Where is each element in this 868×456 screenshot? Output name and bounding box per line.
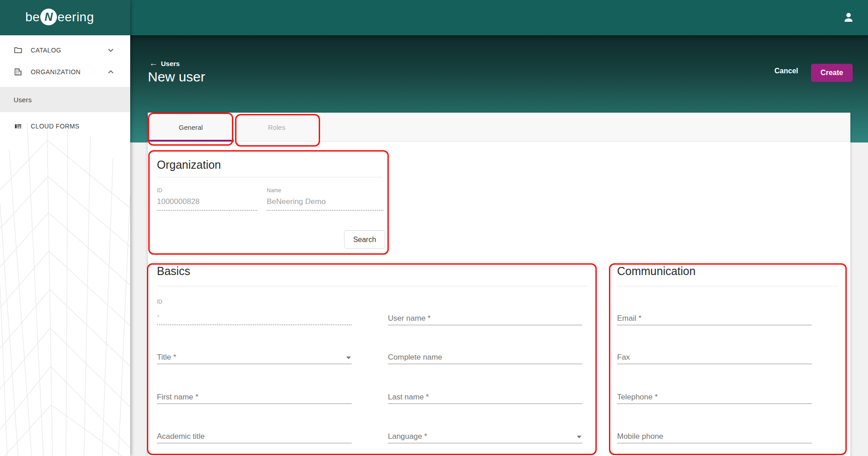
building-watermark xyxy=(0,122,130,456)
title-label: Title * xyxy=(157,353,176,361)
top-app-bar xyxy=(0,0,868,35)
communication-section-title: Communication xyxy=(617,265,696,278)
folder-icon xyxy=(14,46,23,55)
app-root: ← Users New user Cancel Create General R… xyxy=(0,0,868,456)
basics-id-label: ID xyxy=(157,299,162,305)
chevron-up-icon xyxy=(108,70,114,74)
telephone-label: Telephone * xyxy=(617,393,658,401)
organization-name-value: BeNeering Demo xyxy=(267,197,326,206)
user-name-field[interactable]: User name * xyxy=(388,314,582,327)
person-icon xyxy=(842,10,855,24)
language-select[interactable]: Language * xyxy=(388,432,582,445)
organization-id-field xyxy=(157,210,257,211)
mobile-phone-label: Mobile phone xyxy=(617,432,663,441)
breadcrumb-back-users[interactable]: ← Users xyxy=(149,58,180,68)
sidebar: be N eering xyxy=(0,0,130,456)
sidebar-item-label: Users xyxy=(14,96,32,104)
breadcrumb-label: Users xyxy=(161,60,180,67)
logo-text-be: be xyxy=(25,10,40,24)
account-icon[interactable] xyxy=(839,8,858,27)
sidebar-item-label: CLOUD FORMS xyxy=(31,123,80,130)
logo-text-eering: eering xyxy=(57,10,94,24)
user-name-label: User name * xyxy=(388,314,430,323)
sidebar-item-catalog[interactable]: CATALOG xyxy=(0,40,130,61)
mobile-phone-field[interactable]: Mobile phone xyxy=(617,432,812,445)
cancel-button[interactable]: Cancel xyxy=(774,67,798,75)
organization-divider xyxy=(157,177,382,177)
sidebar-item-label: CATALOG xyxy=(31,47,61,54)
basics-section-title: Basics xyxy=(157,265,190,278)
sidebar-item-organization[interactable]: ORGANIZATION xyxy=(0,62,130,82)
chevron-down-icon xyxy=(108,48,114,52)
organization-name-label: Name xyxy=(267,187,281,194)
communication-divider xyxy=(617,286,839,286)
organization-id-value: 1000000828 xyxy=(157,197,200,206)
dropdown-arrow-icon xyxy=(346,356,351,359)
basics-divider xyxy=(157,286,588,286)
basics-id-value: - xyxy=(157,311,160,320)
sidebar-item-cloud-forms[interactable]: CLOUD FORMS xyxy=(0,116,130,137)
tab-general[interactable]: General xyxy=(148,113,234,142)
title-select[interactable]: Title * xyxy=(157,353,352,366)
beneering-logo: be N eering xyxy=(25,9,94,25)
page-title: New user xyxy=(148,69,205,85)
organization-name-field xyxy=(267,210,383,211)
organization-section-title: Organization xyxy=(157,158,221,171)
fax-label: Fax xyxy=(617,353,630,361)
email-label: Email * xyxy=(617,314,642,323)
tab-roles[interactable]: Roles xyxy=(234,113,320,142)
language-label: Language * xyxy=(388,432,427,441)
first-name-label: First name * xyxy=(157,393,198,401)
logo-n-circle-icon: N xyxy=(40,9,57,25)
search-button[interactable]: Search xyxy=(344,230,385,249)
tab-roles-label: Roles xyxy=(268,124,285,131)
cloud-forms-icon xyxy=(14,122,23,131)
sidebar-item-users[interactable]: Users xyxy=(0,87,130,112)
academic-title-field[interactable]: Academic title xyxy=(157,432,352,445)
academic-title-label: Academic title xyxy=(157,432,205,441)
back-arrow-icon: ← xyxy=(149,58,158,68)
tab-general-label: General xyxy=(179,124,203,131)
sidebar-item-label: ORGANIZATION xyxy=(31,68,80,76)
organization-id-label: ID xyxy=(157,187,162,194)
dropdown-arrow-icon xyxy=(577,436,581,438)
complete-name-field[interactable]: Complete name xyxy=(388,353,582,366)
organization-building-icon xyxy=(14,67,23,76)
complete-name-label: Complete name xyxy=(388,353,442,361)
basics-id-field xyxy=(157,324,352,325)
active-tab-underline xyxy=(148,140,234,142)
last-name-field[interactable]: Last name * xyxy=(388,393,582,405)
first-name-field[interactable]: First name * xyxy=(157,393,352,405)
fax-field[interactable]: Fax xyxy=(617,353,812,366)
create-button[interactable]: Create xyxy=(811,64,853,82)
sidebar-header: be N eering xyxy=(0,0,130,35)
tab-bar: General Roles xyxy=(148,113,850,142)
email-field[interactable]: Email * xyxy=(617,314,812,327)
telephone-field[interactable]: Telephone * xyxy=(617,393,812,405)
last-name-label: Last name * xyxy=(388,393,429,401)
